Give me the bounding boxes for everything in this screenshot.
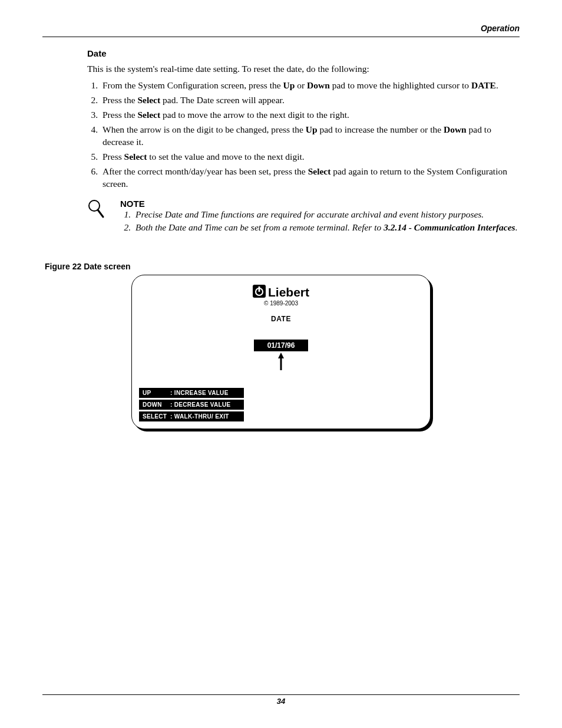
footer-rule xyxy=(42,694,520,695)
step-5-bold-select: Select xyxy=(124,151,147,162)
svg-marker-5 xyxy=(278,353,284,370)
legend-sep: : xyxy=(168,413,174,420)
legend-sep: : xyxy=(168,401,174,408)
magnifier-icon xyxy=(87,199,105,221)
svg-rect-4 xyxy=(259,286,260,292)
legend-sep: : xyxy=(168,390,174,396)
brand-name: Liebert xyxy=(268,285,309,299)
step-1-text-a: From the System Configuration screen, pr… xyxy=(103,80,283,90)
step-6-bold-select: Select xyxy=(308,166,331,176)
note-title: NOTE xyxy=(120,199,520,209)
step-6-text-a: After the correct month/day/year has bee… xyxy=(103,166,308,176)
figure-caption: Figure 22 Date screen xyxy=(45,262,131,271)
date-screen: Liebert © 1989-2003 DATE 01/17/96 UP : I… xyxy=(131,275,431,429)
date-value-box: 01/17/96 xyxy=(254,340,308,351)
note-list: Precise Date and Time functions are requ… xyxy=(133,209,520,235)
cursor-arrow-icon xyxy=(277,353,285,370)
step-3-text-c: pad to move the arrow to the next digit … xyxy=(160,110,349,120)
step-4-bold-down: Down xyxy=(444,124,467,134)
step-2-text-a: Press the xyxy=(103,95,137,105)
step-4-text-a: When the arrow is on the digit to be cha… xyxy=(103,124,306,134)
legend-select-val: WALK-THRU/ EXIT xyxy=(174,413,229,420)
step-5-text-a: Press xyxy=(103,151,124,162)
note-block: NOTE Precise Date and Time functions are… xyxy=(87,199,520,235)
step-1-bold-up: Up xyxy=(283,80,295,90)
power-icon xyxy=(253,285,266,300)
steps-list: From the System Configuration screen, pr… xyxy=(100,80,520,190)
screen-logo-block: Liebert © 1989-2003 xyxy=(132,285,430,307)
legend-block: UP : INCREASE VALUE DOWN : DECREASE VALU… xyxy=(139,388,244,421)
svg-line-1 xyxy=(98,210,103,217)
step-2-text-c: pad. The Date screen will appear. xyxy=(160,95,285,105)
note-2-ref: 3.2.14 - Communication Interfaces xyxy=(384,222,515,232)
screen-title: DATE xyxy=(132,315,430,323)
step-1-bold-date: DATE xyxy=(471,80,496,90)
page-number: 34 xyxy=(0,697,562,706)
legend-down: DOWN : DECREASE VALUE xyxy=(139,400,244,410)
step-1-text-e: pad to move the highlighted cursor to xyxy=(330,80,471,90)
step-2-bold-select: Select xyxy=(137,95,160,105)
step-4-bold-up: Up xyxy=(306,124,318,134)
legend-up-val: INCREASE VALUE xyxy=(174,390,229,396)
header-rule xyxy=(42,37,520,37)
legend-down-val: DECREASE VALUE xyxy=(174,401,231,408)
step-1-bold-down: Down xyxy=(307,80,330,90)
step-1-text-c: or xyxy=(295,80,307,90)
step-4-text-c: pad to increase the number or the xyxy=(318,124,444,134)
legend-select: SELECT : WALK-THRU/ EXIT xyxy=(139,411,244,421)
step-3-text-a: Press the xyxy=(103,110,137,120)
step-2: Press the Select pad. The Date screen wi… xyxy=(100,94,520,107)
note-2-text-c: . xyxy=(515,222,518,232)
step-1-text-g: . xyxy=(496,80,498,90)
note-item-1: Precise Date and Time functions are requ… xyxy=(133,209,520,221)
step-5: Press Select to set the value and move t… xyxy=(100,151,520,163)
main-content: Date This is the system's real-time date… xyxy=(87,48,520,235)
step-6: After the correct month/day/year has bee… xyxy=(100,166,520,190)
legend-up-key: UP xyxy=(143,390,168,396)
step-3: Press the Select pad to move the arrow t… xyxy=(100,109,520,121)
note-item-2: Both the Date and Time can be set from a… xyxy=(133,222,520,234)
step-4: When the arrow is on the digit to be cha… xyxy=(100,124,520,149)
intro-paragraph: This is the system's real-time date sett… xyxy=(87,63,520,75)
logo-row: Liebert xyxy=(253,285,309,300)
legend-up: UP : INCREASE VALUE xyxy=(139,388,244,398)
step-1: From the System Configuration screen, pr… xyxy=(100,80,520,92)
copyright-text: © 1989-2003 xyxy=(132,300,430,307)
note-2-text-a: Both the Date and Time can be set from a… xyxy=(135,222,384,232)
step-5-text-c: to set the value and move to the next di… xyxy=(147,151,304,162)
legend-down-key: DOWN xyxy=(143,401,168,408)
section-heading: Date xyxy=(87,48,520,58)
header-section-label: Operation xyxy=(481,24,520,33)
legend-select-key: SELECT xyxy=(143,413,168,420)
step-3-bold-select: Select xyxy=(137,110,160,120)
